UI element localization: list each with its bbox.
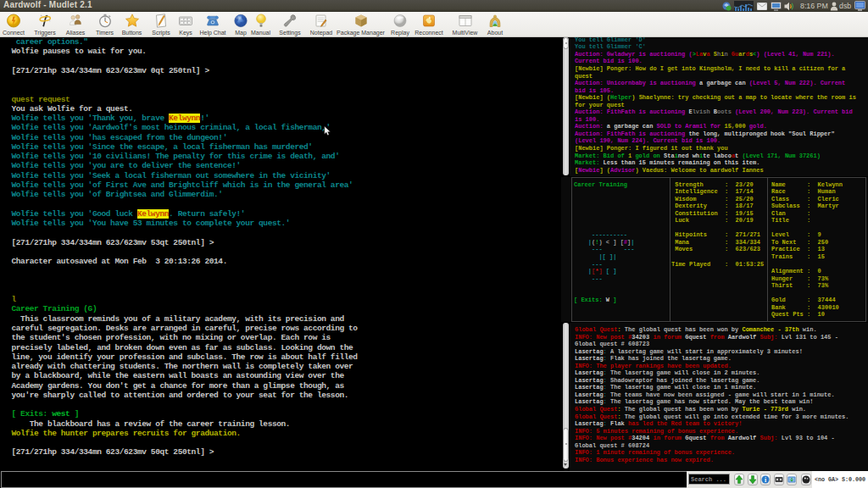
svg-text:i: i: [765, 476, 766, 484]
